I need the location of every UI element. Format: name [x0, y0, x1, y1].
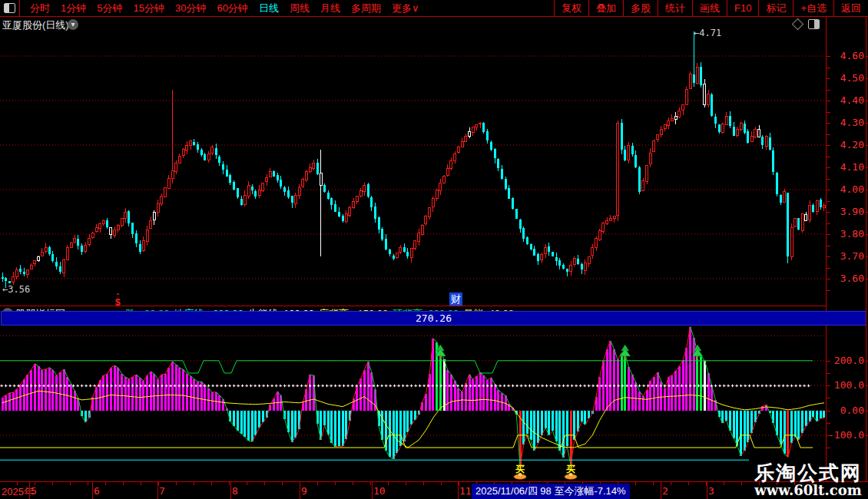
axis-tick — [827, 123, 830, 124]
month-separator — [230, 482, 231, 499]
axis-tick — [827, 112, 830, 113]
top-menu-bar: 分时1分钟5分钟15分钟30分钟60分钟日线周线月线多周期更多∨ 复权叠加多股统… — [0, 0, 868, 17]
axis-tick — [827, 423, 830, 424]
axis-tick — [827, 68, 830, 68]
menu-item-0[interactable]: 分时 — [25, 0, 55, 17]
price-label-4.00: 4.00 — [840, 183, 864, 195]
tool-item-4[interactable]: 画线 — [692, 0, 727, 16]
axis-tick — [827, 268, 830, 269]
date-info-box: 2025/11/06/四 98 至今涨幅-7.14% — [472, 484, 630, 499]
indicator-label-200.0: 200.0 — [834, 355, 864, 366]
month-label-9: 9 — [301, 485, 307, 497]
menu-item-8[interactable]: 月线 — [315, 0, 346, 17]
indicator-label-100.0: 100.0 — [834, 379, 864, 391]
pane-corner-icons — [793, 19, 820, 29]
menu-divider — [19, 0, 20, 16]
axis-tick — [827, 56, 830, 57]
axis-right-edge — [866, 17, 866, 497]
month-label-6: 6 — [94, 485, 100, 497]
current-indicator-value: 270.26 — [1, 311, 866, 326]
axis-tick — [827, 279, 830, 279]
month-label-7: 7 — [159, 485, 165, 497]
month-label-11: 11 — [459, 485, 472, 497]
tool-item-8[interactable]: 返回 — [833, 0, 868, 16]
axis-tick — [827, 256, 830, 257]
menu-item-10[interactable]: 更多∨ — [386, 0, 425, 17]
menu-item-1[interactable]: 1分钟 — [55, 0, 91, 17]
menu-item-3[interactable]: 15分钟 — [128, 0, 169, 17]
month-separator — [458, 482, 459, 499]
split-window-icon[interactable] — [808, 19, 820, 29]
axis-tick — [827, 448, 830, 448]
menu-item-7[interactable]: 周线 — [284, 0, 315, 17]
price-label-3.90: 3.90 — [840, 206, 864, 217]
axis-tick — [827, 361, 830, 362]
axis-tick — [827, 411, 830, 411]
month-label-3: 3 — [708, 485, 714, 497]
tool-item-7[interactable]: +自选 — [793, 0, 833, 16]
axis-tick — [827, 90, 830, 91]
axis-tick — [827, 190, 830, 190]
axis-tick — [827, 246, 830, 246]
layout-toggle-icon[interactable] — [4, 3, 15, 13]
month-separator — [707, 482, 707, 499]
watermark-site-name: 乐淘公式网 — [754, 463, 862, 484]
tool-item-5[interactable]: F10 — [727, 0, 758, 16]
watermark: 乐淘公式网 www.60lt.com — [754, 463, 862, 498]
tool-item-2[interactable]: 多股 — [623, 0, 658, 16]
month-separator — [92, 482, 93, 499]
lowest-price-annotation: ←3.56 — [2, 284, 30, 295]
axis-tick — [827, 223, 830, 224]
tool-item-3[interactable]: 统计 — [658, 0, 692, 16]
axis-tick — [827, 78, 830, 79]
axis-tick — [827, 101, 830, 101]
month-separator — [300, 482, 300, 499]
cci-indicator-chart[interactable]: 买买 — [0, 321, 826, 481]
axis-tick — [827, 234, 830, 235]
axis-tick — [827, 201, 830, 202]
price-label-3.80: 3.80 — [840, 228, 864, 240]
month-separator — [661, 482, 661, 499]
menu-item-5[interactable]: 60分钟 — [211, 0, 253, 17]
diamond-icon[interactable] — [792, 18, 804, 31]
axis-tick — [827, 398, 830, 398]
price-label-4.50: 4.50 — [840, 72, 864, 84]
tool-menu: 复权叠加多股统计画线F10标记+自选返回 — [554, 0, 868, 16]
cai-flag-marker: 财 — [449, 292, 462, 306]
menu-item-2[interactable]: 5分钟 — [91, 0, 128, 17]
axis-tick — [827, 157, 830, 157]
month-label-8: 8 — [232, 485, 238, 497]
tool-item-0[interactable]: 复权 — [554, 0, 588, 16]
menu-item-9[interactable]: 多周期 — [346, 0, 386, 17]
indicator-label-0.00: 0.00 — [840, 405, 864, 416]
month-label-5: 5 — [31, 485, 37, 497]
axis-tick — [827, 134, 830, 135]
price-label-4.30: 4.30 — [840, 117, 864, 128]
indicator-label--100.0: -100.0 — [828, 429, 864, 441]
candlestick-chart[interactable] — [0, 17, 826, 306]
price-label-4.40: 4.40 — [840, 94, 864, 106]
month-label-2: 2 — [662, 485, 668, 497]
axis-tick — [827, 145, 830, 146]
price-label-4.10: 4.10 — [840, 161, 864, 173]
price-label-4.60: 4.60 — [840, 50, 864, 61]
highest-price-annotation: ←4.71 — [694, 28, 721, 38]
menu-item-4[interactable]: 30分钟 — [170, 0, 211, 17]
period-menu: 分时1分钟5分钟15分钟30分钟60分钟日线周线月线多周期更多∨ — [0, 0, 424, 17]
menu-item-6[interactable]: 日线 — [253, 0, 284, 17]
dollar-marker: ⌃$ — [115, 292, 121, 306]
axis-tick — [827, 435, 830, 436]
time-axis-ticks — [0, 482, 826, 485]
month-separator — [29, 482, 30, 499]
month-label-10: 10 — [373, 485, 386, 497]
watermark-url: www.60lt.com — [754, 484, 862, 498]
tool-item-6[interactable]: 标记 — [758, 0, 793, 16]
axis-tick — [827, 167, 830, 168]
axis-tick — [827, 373, 830, 374]
price-label-3.70: 3.70 — [840, 250, 864, 262]
trading-app-window: 分时1分钟5分钟15分钟30分钟60分钟日线周线月线多周期更多∨ 复权叠加多股统… — [0, 0, 868, 499]
price-label-3.60: 3.60 — [840, 273, 864, 284]
time-axis[interactable]: 2025年 2025/11/06/四 98 至今涨幅-7.14% 5678910… — [0, 481, 868, 499]
tool-item-1[interactable]: 叠加 — [588, 0, 623, 16]
price-axis: 4.604.504.404.304.204.104.003.903.803.70… — [826, 17, 868, 497]
